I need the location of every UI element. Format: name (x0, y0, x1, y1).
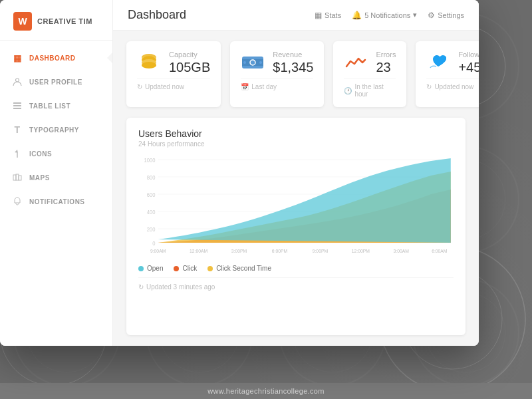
legend-label-click-second: Click Second Time (216, 265, 271, 272)
stat-card-revenue: Revenue $1,345 📅 Last day (230, 41, 324, 107)
svg-rect-12 (16, 174, 19, 180)
chart-section: Users Behavior 24 Hours performance 1000 (126, 118, 466, 335)
stats-action[interactable]: ▦ Stats (315, 11, 341, 20)
sidebar-item-label: TABLE LIST (29, 102, 70, 110)
chart-legend: Open Click Click Second Time (138, 265, 454, 272)
chart-subtitle: 24 Hours performance (138, 140, 454, 148)
sidebar-item-user-profile[interactable]: USER PROFILE (0, 70, 112, 94)
revenue-footer: 📅 Last day (241, 78, 313, 90)
sidebar-item-label: MAPS (29, 174, 50, 182)
capacity-label: Capacity (169, 51, 210, 59)
legend-label-open: Open (147, 265, 163, 272)
main-content: Dashboard ▦ Stats 🔔 5 Notifications ▾ ⚙ … (113, 0, 479, 346)
svg-rect-8 (13, 105, 21, 106)
page-title: Dashboard (128, 8, 186, 22)
svg-point-6 (16, 78, 19, 82)
bell-icon (12, 196, 23, 207)
sidebar-item-label: NOTIFICATIONS (29, 198, 85, 205)
chart-container: 1000 800 600 400 200 0 9:00AM (138, 153, 454, 259)
chart-svg: 1000 800 600 400 200 0 9:00AM (138, 153, 454, 259)
svg-text:0: 0 (152, 239, 156, 247)
dropdown-icon: ▾ (413, 11, 417, 19)
svg-text:1000: 1000 (144, 156, 155, 164)
stat-card-followers: Followers +45 ↻ Updated now (416, 41, 479, 107)
brand-icon: W (13, 12, 32, 31)
capacity-icon (137, 51, 161, 74)
notifications-action[interactable]: 🔔 5 Notifications ▾ (352, 11, 417, 20)
clock-icon: 🕐 (344, 87, 352, 94)
stats-row: Capacity 105GB ↻ Updated now (113, 31, 479, 118)
errors-value: 23 (376, 60, 396, 74)
svg-point-22 (259, 61, 262, 64)
sidebar-item-maps[interactable]: MAPS (0, 166, 112, 190)
stat-card-capacity: Capacity 105GB ↻ Updated now (126, 41, 221, 107)
sidebar-item-label: DASHBOARD (29, 55, 76, 62)
app-window: W CREATIVE TIM ▦ DASHBOARD USER PROFILE (0, 0, 479, 346)
svg-text:600: 600 (147, 191, 156, 198)
icons-icon (12, 148, 23, 159)
refresh-icon2: ↻ (426, 83, 432, 90)
svg-text:800: 800 (147, 174, 156, 181)
sidebar-nav: ▦ DASHBOARD USER PROFILE (0, 41, 112, 346)
footer-url: www.heritagechristiancollege.com (207, 387, 324, 395)
sidebar-item-dashboard[interactable]: ▦ DASHBOARD (0, 46, 112, 70)
settings-label: Settings (438, 11, 464, 19)
refresh-icon: ↻ (137, 83, 142, 90)
svg-text:3:00PM: 3:00PM (231, 247, 247, 254)
svg-rect-7 (13, 102, 21, 104)
calendar-icon: 📅 (241, 83, 249, 90)
notification-icon: 🔔 (352, 11, 362, 20)
header-actions: ▦ Stats 🔔 5 Notifications ▾ ⚙ Settings (315, 11, 464, 20)
chart-update-text: Updated 3 minutes ago (146, 283, 215, 291)
notifications-label: 5 Notifications (364, 11, 410, 19)
dashboard-icon: ▦ (12, 53, 23, 63)
legend-open: Open (138, 265, 163, 272)
sidebar-item-table-list[interactable]: TABLE LIST (0, 94, 112, 118)
sidebar-item-label: ICONS (29, 150, 52, 158)
errors-icon (344, 51, 368, 74)
typography-icon: T (12, 124, 23, 135)
brand-name: CREATIVE TIM (37, 17, 92, 25)
svg-rect-9 (13, 108, 21, 109)
errors-label: Errors (376, 51, 396, 59)
errors-footer: 🕐 In the last hour (344, 78, 396, 98)
sidebar: W CREATIVE TIM ▦ DASHBOARD USER PROFILE (0, 0, 113, 346)
maps-icon (12, 172, 23, 183)
capacity-value: 105GB (169, 60, 210, 74)
stats-label: Stats (325, 11, 341, 19)
revenue-value: $1,345 (273, 60, 313, 74)
bottom-bar: www.heritagechristiancollege.com (0, 383, 532, 399)
stat-card-errors: Errors 23 🕐 In the last hour (333, 41, 406, 107)
main-header: Dashboard ▦ Stats 🔔 5 Notifications ▾ ⚙ … (113, 0, 479, 31)
svg-text:9:00AM: 9:00AM (150, 247, 166, 254)
svg-rect-13 (19, 176, 21, 180)
legend-dot-open (138, 266, 144, 271)
followers-label: Followers (458, 51, 479, 59)
svg-point-21 (243, 61, 246, 64)
legend-click: Click (174, 265, 197, 272)
followers-value: +45 (458, 60, 479, 74)
followers-footer: ↻ Updated now (426, 78, 479, 90)
svg-rect-11 (13, 175, 16, 180)
svg-text:12:00AM: 12:00AM (190, 247, 207, 254)
revenue-icon (241, 51, 265, 74)
sidebar-item-icons[interactable]: ICONS (0, 142, 112, 166)
svg-text:6:00AM: 6:00AM (432, 247, 447, 254)
svg-text:6:00PM: 6:00PM (272, 247, 287, 254)
stats-icon: ▦ (315, 11, 322, 20)
followers-icon (426, 51, 450, 74)
svg-point-20 (250, 60, 255, 65)
refresh-chart-icon: ↻ (138, 283, 144, 291)
sidebar-item-notifications[interactable]: NOTIFICATIONS (0, 190, 112, 213)
settings-action[interactable]: ⚙ Settings (428, 11, 464, 20)
capacity-footer: ↻ Updated now (137, 78, 210, 90)
legend-dot-click (174, 266, 179, 271)
sidebar-item-label: TYPOGRAPHY (29, 126, 79, 134)
sidebar-item-typography[interactable]: T TYPOGRAPHY (0, 118, 112, 142)
user-icon (12, 76, 23, 87)
chart-footer: ↻ Updated 3 minutes ago (138, 277, 454, 291)
settings-icon: ⚙ (428, 11, 435, 20)
sidebar-item-label: USER PROFILE (29, 78, 82, 86)
chart-title: Users Behavior (138, 128, 454, 139)
svg-text:400: 400 (147, 208, 156, 215)
